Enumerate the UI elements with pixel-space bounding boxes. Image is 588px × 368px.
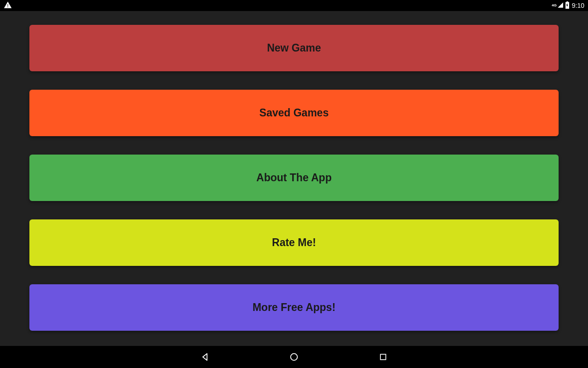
status-right: 4G 9:10 — [552, 1, 584, 10]
status-left — [4, 1, 12, 11]
svg-point-0 — [291, 354, 298, 361]
button-label: About The App — [256, 172, 332, 184]
new-game-button[interactable]: New Game — [29, 25, 559, 71]
about-app-button[interactable]: About The App — [29, 155, 559, 201]
battery-charging-icon — [565, 1, 570, 10]
saved-games-button[interactable]: Saved Games — [29, 90, 559, 136]
rate-me-button[interactable]: Rate Me! — [29, 219, 559, 266]
recent-apps-button[interactable] — [378, 351, 389, 362]
button-label: More Free Apps! — [253, 301, 336, 314]
button-label: Saved Games — [260, 107, 329, 119]
button-label: Rate Me! — [272, 236, 316, 249]
navigation-bar — [0, 346, 588, 368]
status-bar: 4G 9:10 — [0, 0, 588, 11]
network-label: 4G — [552, 4, 557, 7]
back-button[interactable] — [199, 351, 210, 362]
more-apps-button[interactable]: More Free Apps! — [29, 284, 559, 331]
svg-rect-1 — [380, 354, 386, 360]
signal-icon — [557, 2, 564, 10]
warning-icon — [4, 1, 12, 11]
home-button[interactable] — [288, 351, 300, 362]
clock: 9:10 — [572, 2, 584, 9]
button-label: New Game — [267, 42, 321, 54]
main-menu: New Game Saved Games About The App Rate … — [0, 11, 588, 346]
